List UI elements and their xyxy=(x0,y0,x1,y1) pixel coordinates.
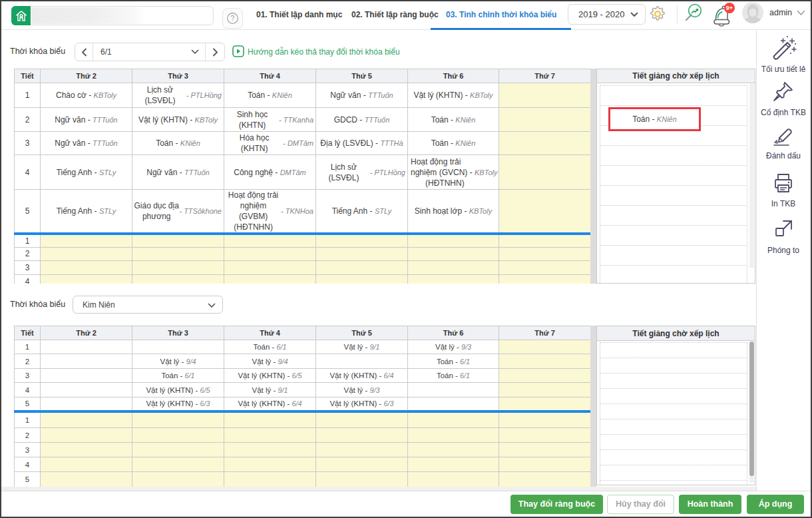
svg-text:?: ? xyxy=(231,15,235,22)
